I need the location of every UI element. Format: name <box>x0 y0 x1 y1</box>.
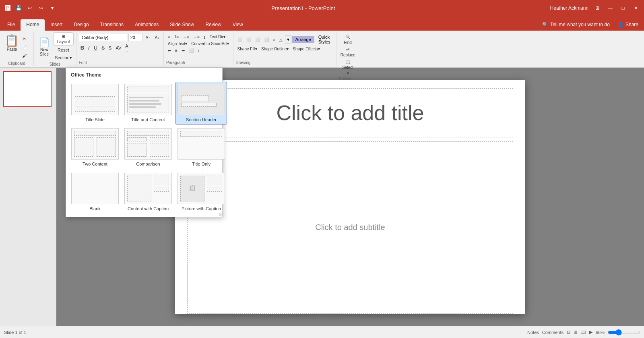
numbering-button[interactable]: 1≡ <box>173 34 180 40</box>
layout-button[interactable]: ⊞ Layout <box>53 32 74 46</box>
italic-button[interactable]: I <box>87 44 91 52</box>
customize-btn[interactable]: ▾ <box>48 4 56 12</box>
notes-button[interactable]: Notes <box>527 330 539 335</box>
find-button[interactable]: 🔍 Find <box>339 34 357 46</box>
layout-item-blank[interactable]: Blank <box>69 171 121 214</box>
comments-button[interactable]: Comments <box>542 330 564 335</box>
resize-handle[interactable]: ⊙ <box>218 213 222 217</box>
shape-gallery-button[interactable]: ▾ <box>285 35 291 44</box>
tab-animations[interactable]: Animations <box>129 19 164 31</box>
undo-btn[interactable]: ↩ <box>26 4 34 12</box>
slide-thumbnail-1[interactable] <box>3 71 52 107</box>
strikethrough-button[interactable]: S̶ <box>100 44 106 52</box>
justify-button[interactable]: ⬜ <box>187 48 195 54</box>
para-row3: ⬅ ≡ ➡ ⬜ ↕ <box>166 48 231 54</box>
paste-button[interactable]: 📋 Paste ✂ 📄 🖌 <box>2 32 31 60</box>
decrease-indent-button[interactable]: ←≡ <box>181 34 191 40</box>
save-btn[interactable]: 💾 <box>14 4 23 12</box>
layout-label-section-header: Section Header <box>186 117 217 122</box>
line-spacing-button[interactable]: ↕ <box>196 48 201 54</box>
layout-item-two-content[interactable]: Two Content <box>69 126 121 169</box>
increase-indent-button[interactable]: →≡ <box>192 34 201 40</box>
select-button[interactable]: ⬚ Select ▾ <box>339 59 357 76</box>
section-button[interactable]: Section▾ <box>53 54 74 61</box>
maximize-btn[interactable]: □ <box>619 4 627 12</box>
tab-home[interactable]: Home <box>21 19 45 31</box>
view-slide-sorter-btn[interactable]: ⊞ <box>574 330 577 335</box>
view-normal-btn[interactable]: ⊟ <box>567 330 570 335</box>
copy-button[interactable]: 📄 <box>20 44 29 51</box>
align-left-button[interactable]: ⬅ <box>166 48 173 54</box>
zoom-slider[interactable] <box>608 329 640 336</box>
cut-button[interactable]: ✂ <box>20 35 29 42</box>
layout-item-title-slide[interactable]: Title Slide <box>69 82 121 124</box>
font-family-selector[interactable]: Calibri (Body) <box>79 34 127 41</box>
underline-button[interactable]: U <box>92 44 99 52</box>
layout-item-content-caption[interactable]: Content with Caption <box>122 171 174 214</box>
char-spacing-button[interactable]: AV <box>114 45 123 51</box>
redo-btn[interactable]: ↪ <box>37 4 45 12</box>
tab-transitions[interactable]: Transitions <box>95 19 129 31</box>
shape-fill-button[interactable]: Shape Fill▾ <box>236 46 259 52</box>
shape-3[interactable]: ⬜ <box>254 37 262 43</box>
new-slide-button[interactable]: 📄 New Slide <box>36 35 52 58</box>
minimize-btn[interactable]: — <box>606 4 614 12</box>
slide-subtitle-placeholder[interactable]: Click to add subtitle <box>315 223 385 232</box>
align-text-button[interactable]: Align Text▾ <box>166 41 189 47</box>
layout-section-title: Office Theme <box>69 71 219 79</box>
shape-4[interactable]: ⬜ <box>262 37 270 43</box>
layout-item-section-header[interactable]: Section Header <box>175 82 227 124</box>
layout-item-comparison[interactable]: Comparison <box>122 126 174 169</box>
view-reading-btn[interactable]: 📖 <box>580 330 586 335</box>
shape-5[interactable]: ○ <box>271 37 277 43</box>
replace-button[interactable]: ⇄ Replace <box>339 46 357 58</box>
tab-design[interactable]: Design <box>68 19 94 31</box>
font-size-selector[interactable]: 20 <box>128 34 143 41</box>
clipboard-group: 📋 Paste ✂ 📄 🖌 Clipboard <box>0 32 34 66</box>
layout-item-title-content[interactable]: Title and Content <box>122 82 174 124</box>
zoom-level: 66% <box>596 330 605 335</box>
slide-title-placeholder[interactable]: Click to add title <box>276 101 424 125</box>
find-icon: 🔍 <box>345 35 350 39</box>
bold-button[interactable]: B <box>79 44 86 52</box>
shape-1[interactable]: ⬜ <box>236 37 244 43</box>
shape-effects-button[interactable]: Shape Effects▾ <box>291 46 321 52</box>
tab-file[interactable]: File <box>2 19 21 31</box>
bullets-button[interactable]: ≡ <box>166 34 172 40</box>
slide-subtitle-area[interactable]: Click to add subtitle <box>187 141 513 314</box>
increase-font-btn[interactable]: A↑ <box>144 35 152 41</box>
shape-2[interactable]: ⬜ <box>245 37 253 43</box>
layout-btn[interactable]: ⊞ <box>593 4 601 12</box>
slide-panel: 1 <box>0 68 56 326</box>
font-color-button[interactable]: A_ <box>124 43 130 53</box>
align-center-button[interactable]: ≡ <box>173 48 179 54</box>
shadow-button[interactable]: S <box>107 45 113 51</box>
tab-slideshow[interactable]: Slide Show <box>164 19 200 31</box>
slide-canvas[interactable]: Click to add title Click to add subtitle <box>175 80 525 314</box>
decrease-font-btn[interactable]: A↓ <box>153 35 161 41</box>
share-button[interactable]: 👤 Share <box>614 20 642 29</box>
format-painter-button[interactable]: 🖌 <box>20 52 29 59</box>
tab-view[interactable]: View <box>227 19 249 31</box>
column-button[interactable]: ⫿ <box>202 34 207 40</box>
tab-review[interactable]: Review <box>200 19 227 31</box>
shape-6[interactable]: △ <box>278 37 284 43</box>
slide-title-area[interactable]: Click to add title <box>187 88 513 137</box>
view-presentation-btn[interactable]: ▶ <box>589 330 592 335</box>
slides-label: Slides <box>50 61 60 67</box>
quick-styles-button[interactable]: QuickStyles <box>315 34 334 45</box>
tab-insert[interactable]: Insert <box>45 19 68 31</box>
smartart-button[interactable]: Convert to SmartArt▾ <box>190 41 230 47</box>
paragraph-group: ≡ 1≡ ←≡ →≡ ⫿ Text Dir▾ Align Text▾ Conve… <box>164 32 233 66</box>
editing-group: 🔍 Find ⇄ Replace ⬚ Select ▾ Editing <box>336 32 359 66</box>
reset-button[interactable]: Reset <box>53 47 74 53</box>
shape-outline-button[interactable]: Shape Outline▾ <box>260 46 290 52</box>
layout-item-picture-caption[interactable]: 🖼 Picture with Caption <box>175 171 227 214</box>
align-right-button[interactable]: ➡ <box>180 48 186 54</box>
layout-item-title-only[interactable]: Title Only <box>175 126 227 169</box>
arrange-button[interactable]: Arrange <box>292 36 314 43</box>
layout-label-content-caption: Content with Caption <box>128 206 169 212</box>
close-btn[interactable]: ✕ <box>632 4 640 12</box>
search-area[interactable]: 🔍 Tell me what you want to do <box>538 20 614 29</box>
text-dir-button[interactable]: Text Dir▾ <box>208 34 227 40</box>
